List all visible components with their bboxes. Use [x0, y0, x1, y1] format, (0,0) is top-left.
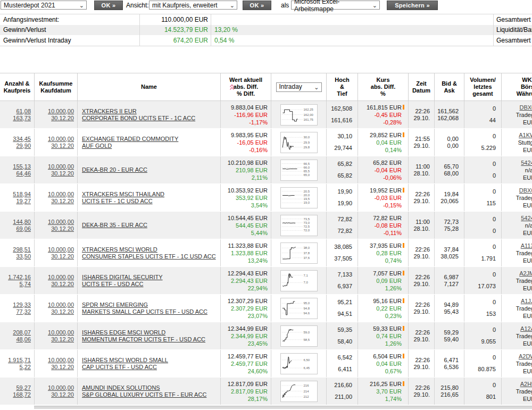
kaufsumme-link[interactable]: 10.000,00: [48, 163, 74, 170]
position-name-link[interactable]: EXCHANGE TRADED COMMODITY AUF GOLD: [82, 136, 220, 149]
waehrung-value: EUR: [502, 174, 532, 181]
position-name-link[interactable]: ISHARES DIGITAL SECURITY UCITS ETF - USD…: [82, 274, 220, 288]
intraday-sparkline-chart[interactable]: 95,094,894,6: [280, 298, 318, 319]
kaufpreis-link[interactable]: 48,06: [16, 336, 31, 343]
intraday-select[interactable]: Intraday ⌄: [276, 82, 322, 92]
save-button[interactable]: Speichern »: [387, 1, 438, 10]
kaufpreis-link[interactable]: 5,74: [20, 281, 31, 288]
anzahl-link[interactable]: 129,33: [13, 302, 31, 308]
ok-button-2[interactable]: OK »: [243, 1, 271, 10]
intraday-sparkline-chart[interactable]: 59,058,5: [280, 325, 318, 347]
kurs-pct-diff: -0,06%: [358, 174, 404, 181]
kaufdatum-link[interactable]: 30.12.20: [51, 225, 74, 232]
kaufdatum-link[interactable]: 30.12.20: [51, 253, 74, 260]
position-name-link[interactable]: DEKA-BR 35 - EUR ACC: [82, 222, 220, 229]
kaufdatum-link[interactable]: 30.12.20: [51, 391, 74, 398]
kaufpreis-link[interactable]: 163,73: [13, 115, 31, 122]
waehrung-value: EUR: [502, 119, 532, 126]
kaufdatum-link[interactable]: 30.12.20: [51, 364, 74, 371]
intraday-sparkline-chart[interactable]: 7,17,0: [280, 270, 318, 291]
anzahl-link[interactable]: 144,80: [13, 219, 31, 225]
wkn-link[interactable]: A2JMG: [502, 270, 532, 277]
ask-value: 95,43: [435, 308, 459, 315]
position-name-link[interactable]: AMUNDI INDEX SOLUTIONS S&P GLOBAL LUXURY…: [82, 384, 220, 398]
sort-ascending-icon[interactable]: [229, 77, 235, 92]
kaufdatum-link[interactable]: 30.12.20: [51, 308, 74, 315]
kaufdatum-link[interactable]: 30.12.20: [51, 198, 74, 205]
wert-pct-diff: 23,45%: [221, 340, 268, 347]
kaufdatum-link[interactable]: 30.12.20: [51, 336, 74, 343]
intraday-sparkline-chart[interactable]: 6,506,45: [280, 353, 318, 374]
summary-value: 674,20 EUR: [173, 37, 208, 44]
kaufsumme-link[interactable]: 10.000,00: [48, 246, 74, 253]
summary-right-label: Liquidität/Bargeld: [494, 25, 532, 36]
kaufpreis-link[interactable]: 77,32: [16, 308, 31, 315]
kaufpreis-link[interactable]: 5,22: [20, 364, 31, 371]
kaufsumme-link[interactable]: 10.000,00: [48, 191, 74, 198]
kaufsumme-link[interactable]: 10.000,00: [48, 357, 74, 364]
kaufsumme-link[interactable]: 10.000,00: [48, 384, 74, 391]
position-name-link[interactable]: DEKA-BR 20 - EUR ACC: [82, 166, 220, 173]
kaufpreis-link[interactable]: 64,46: [16, 170, 31, 177]
kaufsumme-link[interactable]: 10.000,00: [48, 136, 74, 143]
wkn-link[interactable]: DBX0G: [502, 187, 532, 194]
anzahl-link[interactable]: 1.742,16: [8, 274, 31, 281]
position-name-link[interactable]: XTRACKERS MSCI THAILAND UCITS ETF - 1C U…: [82, 191, 220, 205]
position-name-link[interactable]: XTRACKERS MSCI WORLD CONSUMER STAPLES UC…: [82, 246, 220, 260]
kaufpreis-link[interactable]: 19,27: [16, 198, 31, 205]
kaufsumme-link[interactable]: 10.000,00: [48, 274, 74, 281]
ask-value: 75,28: [435, 225, 459, 232]
wkn-link[interactable]: A113F: [502, 242, 532, 249]
svg-text:38,0: 38,0: [303, 246, 310, 249]
kaufpreis-link[interactable]: 168,72: [13, 391, 31, 398]
position-name-link[interactable]: ISHARES MSCI WORLD SMALL CAP UCITS ETF -…: [82, 357, 220, 371]
wkn-link[interactable]: A12AT: [502, 325, 532, 332]
kaufpreis-link[interactable]: 33,50: [16, 253, 31, 260]
intraday-sparkline-chart[interactable]: 216214212: [280, 381, 318, 402]
intraday-sparkline-chart[interactable]: 162,25162,00161,75: [280, 104, 318, 125]
kaufdatum-link[interactable]: 30.12.20: [51, 115, 74, 122]
kaufdatum-link[interactable]: 30.12.20: [51, 143, 74, 149]
cell-intraday: 7,17,0: [271, 267, 327, 294]
anzahl-link[interactable]: 1.915,71: [8, 357, 31, 364]
anzahl-link[interactable]: 334,45: [13, 136, 31, 143]
anzahl-link[interactable]: 518,94: [13, 191, 31, 198]
kaufpreis-link[interactable]: 29,90: [16, 143, 31, 149]
wkn-link[interactable]: A2DWE: [502, 353, 532, 360]
export-format-select[interactable]: Microsoft Excel-Arbeitsmappe ⌄: [291, 1, 380, 10]
wkn-link[interactable]: 54245: [502, 214, 532, 222]
cell-zeit-datum: 22:26 29.10.: [409, 322, 435, 349]
anzahl-link[interactable]: 61,08: [16, 108, 31, 115]
position-name-link[interactable]: ISHARES EDGE MSCI WORLD MOMENTUM FACTOR …: [82, 329, 220, 343]
position-name-link[interactable]: XTRACKERS II EUR CORPORATE BOND UCITS ET…: [82, 108, 220, 122]
kaufsumme-link[interactable]: 10.000,00: [48, 219, 74, 225]
view-select[interactable]: mit Kaufpreis, erweitert ⌄: [149, 1, 237, 10]
kaufdatum-link[interactable]: 30.12.20: [51, 281, 74, 288]
wkn-link[interactable]: DBX0E: [502, 104, 532, 111]
kaufsumme-link[interactable]: 10.000,00: [48, 302, 74, 308]
ask-value: 162,068: [435, 115, 459, 122]
svg-text:19,5: 19,5: [303, 197, 310, 200]
kaufsumme-link[interactable]: 10.000,00: [48, 329, 74, 336]
kaufsumme-link[interactable]: 10.000,00: [48, 108, 74, 115]
intraday-sparkline-chart[interactable]: 38,037,837,6: [280, 242, 318, 264]
anzahl-link[interactable]: 298,51: [13, 246, 31, 253]
ok-button[interactable]: OK »: [94, 1, 123, 10]
wkn-link[interactable]: A1JJT: [502, 297, 532, 305]
anzahl-link[interactable]: 155,13: [13, 163, 31, 170]
intraday-sparkline-chart[interactable]: 73,573,072,572,0: [280, 215, 318, 236]
wkn-link[interactable]: A2H56: [502, 380, 532, 388]
position-name-link[interactable]: SPDR MSCI EMERGING MARKETS SMALL CAP UCI…: [82, 302, 220, 315]
intraday-sparkline-chart[interactable]: 20,520,019,519,0: [280, 187, 318, 208]
kaufpreis-link[interactable]: 69,06: [16, 225, 31, 232]
anzahl-link[interactable]: 208,07: [13, 329, 31, 336]
wkn-link[interactable]: A1KWP: [502, 131, 532, 139]
kaufdatum-link[interactable]: 30.12.20: [51, 170, 74, 177]
cell-kaufsumme-kaufdatum: 10.000,00 30.12.20: [35, 350, 78, 377]
anzahl-link[interactable]: 59,27: [16, 384, 31, 391]
depot-select[interactable]: Musterdepot 2021 ⌄: [1, 1, 87, 10]
wkn-link[interactable]: 54245: [502, 159, 532, 166]
header-name: Name: [78, 73, 221, 101]
intraday-sparkline-chart[interactable]: 66,566,065,565,0: [280, 160, 318, 181]
intraday-sparkline-chart[interactable]: 30,029,929,8: [280, 132, 318, 153]
